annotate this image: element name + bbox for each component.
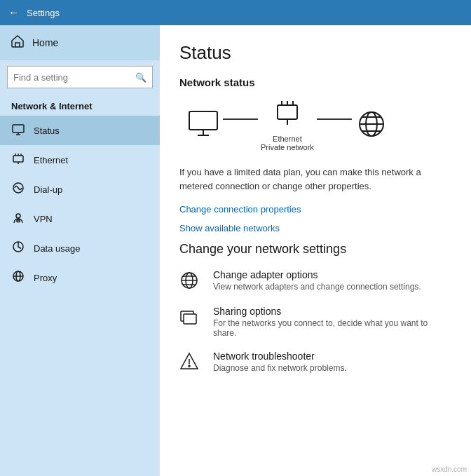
svg-point-9 — [16, 214, 20, 218]
search-input[interactable] — [13, 72, 135, 83]
back-button[interactable]: ← — [8, 6, 20, 19]
adapter-options-item: Change adapter options View network adap… — [179, 269, 451, 293]
svg-rect-3 — [13, 156, 23, 162]
svg-rect-11 — [17, 220, 20, 222]
sidebar-section-title: Network & Internet — [0, 94, 160, 116]
network-line-2 — [317, 118, 352, 120]
computer-icon — [186, 109, 220, 142]
search-box[interactable]: 🔍 — [7, 66, 153, 88]
network-diagram: Ethernet Private network — [179, 100, 451, 151]
svg-point-38 — [189, 365, 190, 367]
sidebar-item-vpn[interactable]: VPN — [0, 204, 160, 233]
troubleshooter-item: Network troubleshooter Diagnose and fix … — [179, 351, 451, 374]
change-connection-link[interactable]: Change connection properties — [179, 204, 451, 215]
main-layout: Home 🔍 Network & Internet Status — [0, 25, 471, 476]
search-icon: 🔍 — [135, 72, 146, 83]
sidebar-item-proxy[interactable]: Proxy — [0, 263, 160, 292]
sidebar-item-dialup-label: Dial-up — [34, 184, 62, 195]
svg-rect-16 — [189, 111, 217, 130]
globe-icon — [355, 109, 388, 142]
svg-rect-19 — [278, 105, 297, 119]
sharing-options-item: Sharing options For the networks you con… — [179, 306, 451, 338]
sharing-icon — [179, 307, 205, 329]
sidebar-item-ethernet-label: Ethernet — [34, 155, 68, 165]
sidebar-item-ethernet[interactable]: Ethernet — [0, 145, 160, 175]
title-bar: ← Settings — [0, 0, 471, 25]
svg-rect-0 — [13, 125, 24, 132]
network-status-title: Network status — [179, 76, 451, 88]
content-area: Status Network status — [160, 25, 471, 476]
vpn-icon — [11, 211, 25, 226]
sidebar-item-home[interactable]: Home — [0, 25, 160, 60]
status-icon — [11, 123, 25, 138]
network-line-1 — [223, 118, 258, 120]
ethernet-icon — [11, 152, 25, 168]
proxy-icon — [11, 270, 25, 285]
sidebar-item-proxy-label: Proxy — [34, 273, 57, 283]
troubleshooter-title: Network troubleshooter — [213, 351, 347, 362]
troubleshooter-icon — [179, 352, 205, 374]
sidebar: Home 🔍 Network & Internet Status — [0, 25, 160, 476]
datausage-icon — [11, 240, 25, 256]
sidebar-item-vpn-label: VPN — [34, 214, 53, 224]
watermark: wsxdn.com — [432, 465, 467, 473]
sharing-title: Sharing options — [213, 306, 451, 317]
ethernet-diagram-icon: Ethernet Private network — [261, 100, 314, 151]
troubleshooter-desc: Diagnose and fix network problems. — [213, 363, 347, 373]
show-networks-link[interactable]: Show available networks — [179, 223, 451, 233]
home-icon — [11, 35, 24, 50]
page-title: Status — [179, 42, 451, 64]
window-title: Settings — [27, 8, 60, 18]
ethernet-label: Ethernet — [273, 135, 302, 143]
network-type-label: Private network — [261, 143, 314, 151]
sidebar-item-dialup[interactable]: Dial-up — [0, 175, 160, 204]
sidebar-item-status-label: Status — [34, 125, 60, 136]
sidebar-item-status[interactable]: Status — [0, 116, 160, 145]
sidebar-home-label: Home — [32, 37, 58, 48]
dialup-icon — [11, 182, 25, 197]
change-settings-title: Change your network settings — [179, 242, 451, 257]
adapter-desc: View network adapters and change connect… — [213, 282, 421, 292]
description-text: If you have a limited data plan, you can… — [179, 165, 451, 193]
svg-rect-35 — [184, 314, 196, 324]
adapter-icon — [179, 271, 205, 293]
sidebar-item-datausage[interactable]: Data usage — [0, 233, 160, 263]
sharing-desc: For the networks you connect to, decide … — [213, 318, 451, 338]
adapter-title: Change adapter options — [213, 269, 421, 280]
sidebar-item-datausage-label: Data usage — [34, 243, 81, 254]
